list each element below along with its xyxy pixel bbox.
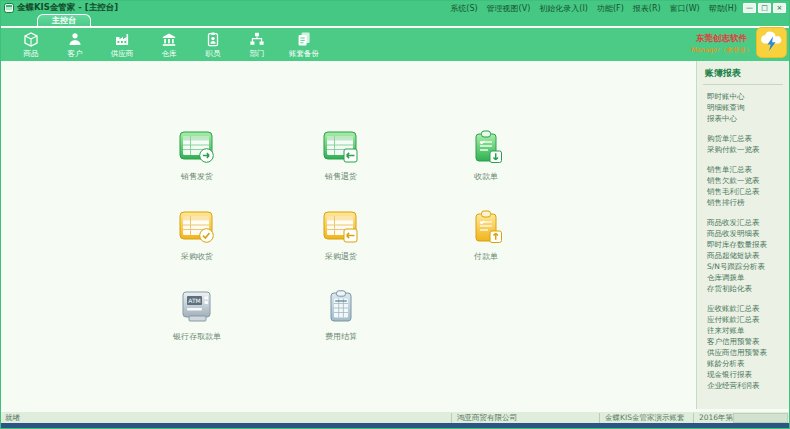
menu-bar: 系统(S) 管理视图(V) 初始化录入(I) 功能(F) 报表(R) 窗口(W)… [450, 3, 737, 14]
report-link[interactable]: 销售单汇总表 [703, 164, 783, 175]
shortcut-label: 销售发货 [152, 171, 242, 182]
shortcut-label: 采购收货 [152, 251, 242, 262]
shortcut-label: 银行存取款单 [152, 331, 242, 342]
report-link[interactable]: 往来对账单 [703, 325, 783, 336]
atm-machine-icon: ATM [178, 289, 216, 329]
report-link[interactable]: 商品超储短缺表 [703, 250, 783, 261]
shortcut-payment-bill[interactable]: 付款单 [441, 209, 531, 262]
payment-bill-icon [467, 209, 505, 249]
svg-text:ATM: ATM [188, 297, 200, 304]
menu-window[interactable]: 窗口(W) [670, 3, 700, 14]
toolbar-label: 仓库 [162, 49, 177, 59]
sales-delivery-icon [178, 129, 216, 169]
report-group-sales: 销售单汇总表 销售欠款一览表 销售毛利汇总表 销售排行榜 [703, 164, 783, 208]
report-link[interactable]: 即时库存数量报表 [703, 239, 783, 250]
shortcut-bank-deposit[interactable]: ATM 银行存取款单 [152, 289, 242, 342]
menu-view[interactable]: 管理视图(V) [487, 3, 531, 14]
app-window: 金蝶KIS金管家 - [主控台] 系统(S) 管理视图(V) 初始化录入(I) … [0, 0, 790, 429]
person-icon [67, 31, 83, 47]
report-link[interactable]: 应付账款汇总表 [703, 314, 783, 325]
report-link[interactable]: 应收账款汇总表 [703, 303, 783, 314]
sidebar-title: 账簿报表 [703, 65, 783, 85]
brand-area: 东莞创志软件 Manager（未登录） [691, 27, 789, 61]
report-link[interactable]: 销售欠款一览表 [703, 175, 783, 186]
report-link[interactable]: 企业经营利润表 [703, 380, 783, 391]
toolbar-warehouse-button[interactable]: 仓库 [147, 29, 191, 60]
main-console: 销售发货 销售退货 收款单 采购收货 采购退货 [1, 61, 695, 409]
brand-subtitle: Manager（未登录） [691, 46, 752, 55]
bottom-window-edge [1, 423, 789, 429]
toolbar-customer-button[interactable]: 客户 [53, 29, 97, 60]
status-resize-grip[interactable] [733, 413, 788, 423]
restore-button[interactable]: □ [758, 3, 771, 13]
expense-clipboard-icon [322, 289, 360, 329]
employee-card-icon [205, 31, 221, 47]
tab-strip: 主控台 [1, 15, 789, 27]
report-link[interactable]: 即时账中心 [703, 91, 783, 102]
report-link[interactable]: 销售毛利汇总表 [703, 186, 783, 197]
report-link[interactable]: 销售排行榜 [703, 197, 783, 208]
menu-help[interactable]: 帮助(H) [709, 3, 737, 14]
report-group-finance: 应收账款汇总表 应付账款汇总表 往来对账单 客户信用预警表 供应商信用预警表 账… [703, 303, 783, 391]
report-link[interactable]: 现金银行报表 [703, 369, 783, 380]
shortcut-purchase-return[interactable]: 采购退货 [296, 209, 386, 262]
report-group-purchase: 购货单汇总表 采购付款一览表 [703, 133, 783, 155]
report-link[interactable]: 商品收发明细表 [703, 228, 783, 239]
shortcut-label: 费用结算 [296, 331, 386, 342]
minimize-button[interactable]: — [743, 3, 756, 13]
receipt-bill-icon [467, 129, 505, 169]
shortcut-receipt-bill[interactable]: 收款单 [441, 129, 531, 182]
report-link[interactable]: 账龄分析表 [703, 358, 783, 369]
report-link[interactable]: 采购付款一览表 [703, 144, 783, 155]
tab-main-console[interactable]: 主控台 [37, 14, 91, 26]
shortcut-purchase-receipt[interactable]: 采购收货 [152, 209, 242, 262]
shortcut-label: 销售退货 [296, 171, 386, 182]
app-icon [4, 3, 14, 13]
status-bar: 就绪 鸿亚商贸有限公司 金蝶KIS金管家演示账套 2016年第1期 manage… [1, 411, 789, 423]
sales-return-icon [322, 129, 360, 169]
window-title: 金蝶KIS金管家 - [主控台] [17, 2, 118, 14]
shortcut-label: 采购退货 [296, 251, 386, 262]
shortcut-expense-settlement[interactable]: 费用结算 [296, 289, 386, 342]
status-ready: 就绪 [5, 413, 20, 423]
purchase-return-icon [322, 209, 360, 249]
menu-report[interactable]: 报表(R) [633, 3, 661, 14]
toolbar-department-button[interactable]: 部门 [235, 29, 279, 60]
shortcut-sales-delivery[interactable]: 销售发货 [152, 129, 242, 182]
report-link[interactable]: 商品收发汇总表 [703, 217, 783, 228]
close-button[interactable]: × [773, 3, 786, 13]
menu-init-entry[interactable]: 初始化录入(I) [539, 3, 588, 14]
window-controls: — □ × [743, 3, 786, 13]
status-company: 鸿亚商贸有限公司 [451, 413, 517, 423]
report-group-ledgers: 即时账中心 明细账查询 报表中心 [703, 91, 783, 124]
report-link[interactable]: 供应商信用预警表 [703, 347, 783, 358]
toolbar-goods-button[interactable]: 商品 [9, 29, 53, 60]
toolbar-label: 商品 [24, 49, 39, 59]
title-bar: 金蝶KIS金管家 - [主控台] 系统(S) 管理视图(V) 初始化录入(I) … [1, 1, 789, 15]
factory-icon [114, 31, 130, 47]
report-group-inventory: 商品收发汇总表 商品收发明细表 即时库存数量报表 商品超储短缺表 S/N号跟踪分… [703, 217, 783, 294]
report-link[interactable]: 存货初始化表 [703, 283, 783, 294]
shortcut-sales-return[interactable]: 销售退货 [296, 129, 386, 182]
menu-function[interactable]: 功能(F) [597, 3, 624, 14]
warehouse-icon [161, 31, 177, 47]
org-chart-icon [249, 31, 265, 47]
backup-docs-icon [296, 31, 312, 47]
report-link[interactable]: S/N号跟踪分析表 [703, 261, 783, 272]
menu-system[interactable]: 系统(S) [450, 3, 477, 14]
toolbar-label: 职员 [206, 49, 221, 59]
report-link[interactable]: 客户信用预警表 [703, 336, 783, 347]
report-link[interactable]: 报表中心 [703, 113, 783, 124]
report-link[interactable]: 仓库调拨单 [703, 272, 783, 283]
report-sidebar: 账簿报表 即时账中心 明细账查询 报表中心 购货单汇总表 采购付款一览表 销售单… [696, 61, 789, 409]
toolbar-label: 供应商 [111, 49, 134, 59]
report-link[interactable]: 购货单汇总表 [703, 133, 783, 144]
cloud-lightning-icon [756, 27, 787, 62]
toolbar-supplier-button[interactable]: 供应商 [97, 29, 147, 60]
toolbar-label: 部门 [250, 49, 265, 59]
shortcut-label: 付款单 [441, 251, 531, 262]
toolbar-employee-button[interactable]: 职员 [191, 29, 235, 60]
report-link[interactable]: 明细账查询 [703, 102, 783, 113]
toolbar-backup-button[interactable]: 账套备份 [279, 29, 329, 60]
brand-name: 东莞创志软件 [691, 33, 752, 45]
